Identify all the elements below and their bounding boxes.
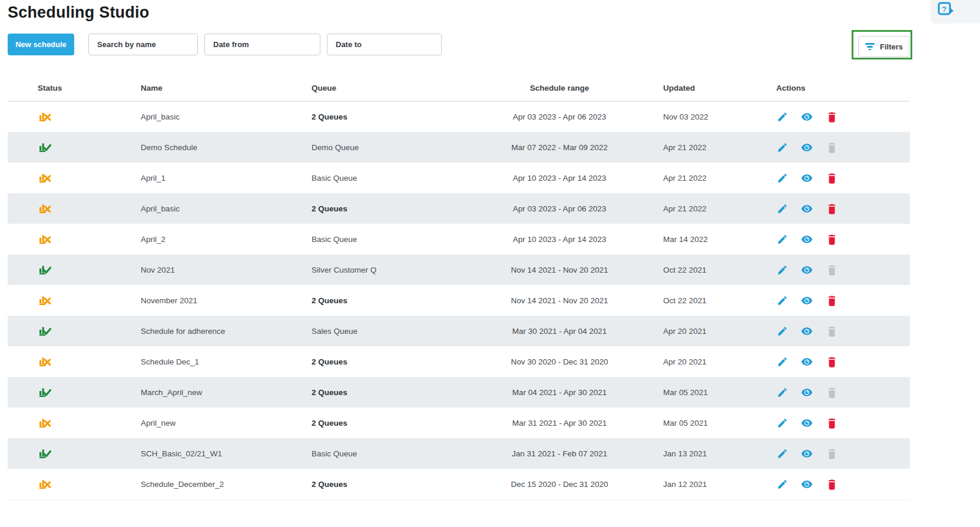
delete-trash-icon[interactable] [826, 417, 837, 429]
table-row: November 2021 2 Queues Nov 14 2021 - Nov… [8, 286, 910, 316]
delete-trash-icon[interactable] [826, 479, 837, 490]
schedule-name: Schedule_December_2 [141, 480, 312, 489]
view-eye-icon[interactable] [801, 387, 813, 399]
table-row: Schedule_December_2 2 Queues Dec 15 2020… [8, 469, 910, 500]
edit-pencil-icon[interactable] [776, 448, 788, 460]
edit-pencil-icon[interactable] [776, 142, 788, 154]
view-eye-icon[interactable] [801, 326, 813, 337]
edit-pencil-icon[interactable] [776, 479, 788, 490]
queue-label: Basic Queue [312, 174, 471, 183]
chart-check-icon [38, 385, 52, 399]
chart-x-icon [38, 354, 52, 368]
schedule-name: Nov 2021 [141, 266, 312, 274]
column-header-status: Status [38, 84, 141, 92]
help-question-bubble-icon: ? [938, 2, 953, 18]
edit-pencil-icon[interactable] [776, 264, 788, 276]
status-published-icon [38, 140, 52, 154]
chart-x-icon [38, 170, 52, 184]
delete-trash-icon[interactable] [826, 173, 837, 184]
table-body: April_basic 2 Queues Apr 03 2023 - Apr 0… [8, 102, 910, 500]
schedule-range: Jan 31 2021 - Feb 07 2021 [471, 449, 648, 458]
table-row: April_1 Basic Queue Apr 10 2023 - Apr 14… [8, 163, 910, 194]
view-eye-icon[interactable] [801, 173, 813, 184]
status-unpublished-icon [38, 231, 52, 246]
edit-pencil-icon[interactable] [776, 326, 788, 337]
chart-x-icon [38, 109, 52, 123]
schedule-name: April_2 [141, 235, 312, 244]
updated-date: Nov 03 2022 [648, 112, 772, 121]
queue-label: 2 Queues [312, 296, 471, 305]
status-published-icon [38, 323, 52, 337]
view-eye-icon[interactable] [801, 142, 813, 154]
updated-date: Jan 12 2021 [648, 480, 772, 489]
edit-pencil-icon[interactable] [776, 295, 788, 307]
queue-label: 2 Queues [312, 419, 471, 427]
filters-button[interactable]: Filters [858, 36, 909, 57]
schedule-range: Nov 14 2021 - Nov 20 2021 [471, 266, 648, 274]
schedule-name: March_April_new [141, 388, 312, 397]
schedule-name: April_basic [141, 112, 312, 121]
filter-lines-icon [865, 42, 875, 52]
view-eye-icon[interactable] [801, 479, 813, 490]
delete-trash-icon[interactable] [826, 111, 837, 123]
status-unpublished-icon [38, 170, 52, 184]
search-input[interactable] [88, 34, 198, 55]
table-header: Status Name Queue Schedule range Updated… [8, 75, 910, 102]
edit-pencil-icon[interactable] [776, 356, 788, 368]
table-row: Nov 2021 Silver Customer Q Nov 14 2021 -… [8, 255, 910, 286]
table-row: Schedule for adherence Sales Queue Mar 3… [8, 316, 910, 347]
edit-pencil-icon[interactable] [776, 417, 788, 429]
delete-trash-icon[interactable] [826, 203, 837, 215]
status-unpublished-icon [38, 201, 52, 215]
chart-check-icon [38, 446, 52, 460]
table-row: Schedule Dec_1 2 Queues Nov 30 2020 - De… [8, 347, 910, 377]
delete-trash-icon[interactable] [826, 234, 837, 246]
queue-label: 2 Queues [312, 204, 471, 213]
view-eye-icon[interactable] [801, 234, 813, 246]
delete-trash-icon[interactable] [826, 295, 837, 307]
edit-pencil-icon[interactable] [776, 387, 788, 399]
table-row: SCH_Basic_02/21_W1 Basic Queue Jan 31 20… [8, 439, 910, 469]
schedule-name: April_new [141, 419, 312, 427]
delete-trash-icon [826, 326, 837, 337]
new-schedule-button[interactable]: New schedule [8, 34, 74, 55]
date-from-input[interactable] [204, 34, 320, 55]
scheduling-studio-page: Scheduling Studio ? New schedule Filt [0, 0, 980, 527]
table-row: April_basic 2 Queues Apr 03 2023 - Apr 0… [8, 194, 910, 224]
edit-pencil-icon[interactable] [776, 111, 788, 123]
queue-label: 2 Queues [312, 480, 471, 489]
updated-date: Apr 21 2022 [648, 174, 772, 183]
status-unpublished-icon [38, 354, 52, 368]
toolbar: New schedule [8, 34, 980, 56]
schedule-range: Mar 07 2022 - Mar 09 2022 [471, 143, 648, 152]
column-header-queue: Queue [312, 84, 471, 92]
edit-pencil-icon[interactable] [776, 203, 788, 215]
view-eye-icon[interactable] [801, 295, 813, 307]
edit-pencil-icon[interactable] [776, 234, 788, 246]
schedule-range: Nov 30 2020 - Dec 31 2020 [471, 357, 648, 366]
chart-check-icon [38, 262, 52, 276]
updated-date: Apr 20 2021 [648, 357, 772, 366]
updated-date: Apr 21 2022 [648, 143, 772, 152]
table-row: April_new 2 Queues Mar 31 2021 - Apr 30 … [8, 408, 910, 439]
view-eye-icon[interactable] [801, 203, 813, 215]
view-eye-icon[interactable] [801, 448, 813, 460]
updated-date: Oct 22 2021 [648, 296, 772, 305]
delete-trash-icon[interactable] [826, 356, 837, 368]
view-eye-icon[interactable] [801, 264, 813, 276]
table-row: Demo Schedule Demo Queue Mar 07 2022 - M… [8, 132, 910, 163]
edit-pencil-icon[interactable] [776, 173, 788, 184]
queue-label: Basic Queue [312, 449, 471, 458]
help-button[interactable]: ? [931, 0, 980, 24]
chart-check-icon [38, 323, 52, 337]
date-to-input[interactable] [327, 34, 442, 55]
schedule-name: Demo Schedule [141, 143, 312, 152]
delete-trash-icon [826, 264, 837, 276]
view-eye-icon[interactable] [801, 417, 813, 429]
column-header-range: Schedule range [471, 84, 648, 92]
schedule-range: Apr 10 2023 - Apr 14 2023 [471, 174, 648, 183]
updated-date: Mar 14 2022 [648, 235, 772, 244]
view-eye-icon[interactable] [801, 356, 813, 368]
table-row: April_2 Basic Queue Apr 10 2023 - Apr 14… [8, 224, 910, 255]
view-eye-icon[interactable] [801, 111, 813, 123]
